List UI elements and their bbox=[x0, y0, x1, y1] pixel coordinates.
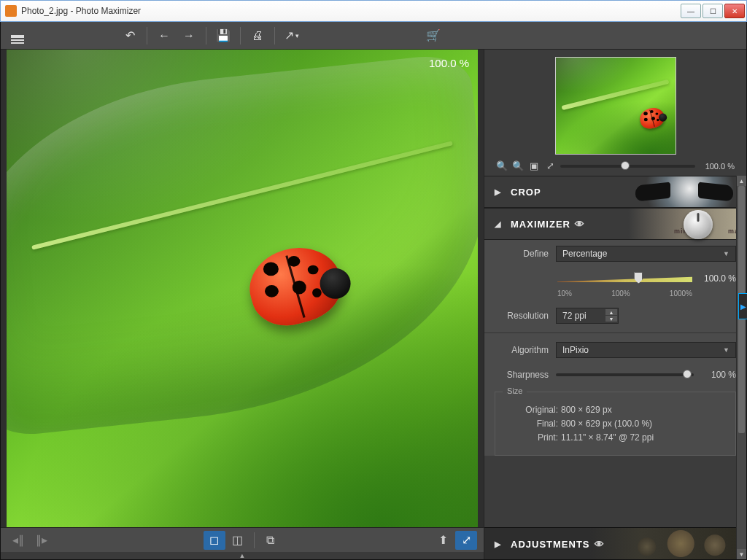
navigator-thumbnail[interactable] bbox=[555, 57, 676, 155]
window-maximize-button[interactable]: ☐ bbox=[703, 4, 723, 18]
pct-tick-100: 100% bbox=[611, 289, 630, 298]
export-button[interactable]: ⬆ bbox=[432, 531, 454, 550]
sharpness-slider[interactable] bbox=[556, 373, 694, 376]
image-canvas[interactable]: 100.0 % bbox=[7, 50, 478, 527]
zoom-actual-icon[interactable]: ⤢ bbox=[544, 160, 556, 171]
visibility-icon[interactable]: 👁 bbox=[595, 539, 605, 550]
fullscreen-button[interactable]: ⤢ bbox=[455, 531, 477, 550]
maximizer-dial-icon bbox=[684, 210, 713, 239]
zoom-fit-icon[interactable]: ▣ bbox=[528, 160, 540, 171]
window-title: Photo_2.jpg - Photo Maximizer bbox=[21, 6, 679, 16]
print-button[interactable]: 🖨 bbox=[245, 26, 270, 46]
cart-button[interactable]: 🛒 bbox=[421, 26, 446, 46]
panel-adjustments-title: ADJUSTMENTS bbox=[511, 539, 590, 550]
zoom-in-icon[interactable]: 🔍 bbox=[512, 160, 524, 171]
view-single-button[interactable]: ◻ bbox=[204, 531, 225, 550]
canvas-zoom-label: 100.0 % bbox=[429, 57, 469, 69]
prev-image-button[interactable]: ◂∥ bbox=[7, 531, 29, 550]
size-final-key: Final: bbox=[516, 419, 558, 429]
pct-tick-10: 10% bbox=[557, 289, 572, 298]
window-close-button[interactable]: ✕ bbox=[724, 4, 745, 18]
crop-hands-decor bbox=[630, 176, 739, 207]
forward-button[interactable]: → bbox=[177, 26, 201, 46]
zoom-out-icon[interactable]: 🔍 bbox=[496, 160, 508, 171]
define-select-value: Percentage bbox=[562, 249, 607, 259]
bottom-toolbar: ◂∥ ∥▸ ◻ ◫ ⧉ ⬆ ⤢ bbox=[1, 527, 484, 552]
size-original-key: Original: bbox=[516, 405, 558, 415]
size-legend: Size bbox=[503, 386, 527, 395]
resolution-input[interactable]: 72 ppi ▲▼ bbox=[556, 308, 619, 324]
panel-maximizer-body: Define Percentage ▼ 100.0 % 10% 100% bbox=[484, 240, 746, 456]
percentage-value: 100.0 % bbox=[704, 273, 736, 284]
next-image-button[interactable]: ∥▸ bbox=[31, 531, 53, 550]
panel-maximizer-header[interactable]: ◢ MAXIMIZER 👁 min max bbox=[484, 208, 746, 240]
panel-adjustments-header[interactable]: ▶ ADJUSTMENTS 👁 bbox=[484, 527, 746, 559]
step-down-icon[interactable]: ▼ bbox=[605, 316, 617, 322]
size-original-value: 800 × 629 px bbox=[561, 405, 612, 415]
chevron-down-icon: ◢ bbox=[495, 219, 502, 229]
define-label: Define bbox=[495, 249, 549, 259]
back-button[interactable]: ← bbox=[152, 26, 177, 46]
undo-button[interactable]: ↶ bbox=[117, 26, 142, 46]
separator bbox=[240, 27, 241, 44]
pct-tick-1000: 1000% bbox=[670, 289, 692, 298]
size-group: Size Original:800 × 629 px Final:800 × 6… bbox=[495, 392, 736, 456]
resolution-label: Resolution bbox=[495, 311, 549, 321]
app-icon bbox=[5, 5, 17, 17]
save-button[interactable]: 💾 bbox=[211, 26, 236, 46]
window-minimize-button[interactable]: — bbox=[681, 4, 701, 18]
main-toolbar: ↶ ← → 💾 🖨 ↗▾ 🛒 bbox=[1, 22, 746, 50]
chevron-right-icon: ▶ bbox=[495, 187, 502, 197]
sharpness-label: Sharpness bbox=[495, 370, 549, 380]
separator bbox=[254, 532, 255, 548]
chevron-down-icon: ▼ bbox=[723, 250, 729, 257]
panel-crop-title: CROP bbox=[511, 187, 541, 198]
size-print-value: 11.11" × 8.74" @ 72 ppi bbox=[561, 432, 654, 443]
view-compare-button[interactable]: ◫ bbox=[227, 531, 249, 550]
navigator-zoom-value: 100.0 % bbox=[700, 162, 735, 171]
collapse-side-panel-button[interactable]: ▶ bbox=[738, 293, 747, 319]
sharpness-value: 100 % bbox=[701, 370, 736, 380]
define-select[interactable]: Percentage ▼ bbox=[556, 246, 736, 262]
algorithm-select[interactable]: InPixio ▼ bbox=[556, 342, 736, 358]
chevron-down-icon: ▼ bbox=[723, 346, 729, 354]
menu-button[interactable] bbox=[5, 26, 30, 46]
size-print-key: Print: bbox=[516, 432, 558, 443]
separator bbox=[206, 27, 206, 44]
algorithm-label: Algorithm bbox=[495, 345, 549, 355]
resolution-value: 72 ppi bbox=[562, 311, 587, 321]
navigator-panel: 🔍 🔍 ▣ ⤢ 100.0 % bbox=[484, 50, 746, 176]
share-button[interactable]: ↗▾ bbox=[279, 26, 304, 46]
separator bbox=[274, 27, 275, 44]
expand-filmstrip-button[interactable]: ▲ bbox=[1, 552, 484, 559]
scroll-up-icon[interactable]: ▲ bbox=[737, 176, 746, 186]
visibility-icon[interactable]: 👁 bbox=[575, 219, 585, 230]
side-scrollbar[interactable]: ▲ ▼ bbox=[736, 176, 746, 559]
size-final-value: 800 × 629 px (100.0 %) bbox=[561, 419, 652, 429]
step-up-icon[interactable]: ▲ bbox=[605, 309, 617, 316]
scroll-down-icon[interactable]: ▼ bbox=[737, 549, 746, 559]
panel-maximizer-title: MAXIMIZER bbox=[511, 219, 570, 230]
view-split-button[interactable]: ⧉ bbox=[260, 531, 282, 550]
percentage-slider[interactable]: 100.0 % bbox=[557, 271, 736, 289]
navigator-zoom-slider[interactable] bbox=[560, 165, 695, 168]
chevron-right-icon: ▶ bbox=[495, 540, 502, 549]
window-titlebar: Photo_2.jpg - Photo Maximizer — ☐ ✕ bbox=[0, 0, 747, 22]
algorithm-select-value: InPixio bbox=[562, 345, 589, 355]
panel-crop-header[interactable]: ▶ CROP bbox=[484, 176, 746, 208]
separator bbox=[147, 27, 147, 44]
